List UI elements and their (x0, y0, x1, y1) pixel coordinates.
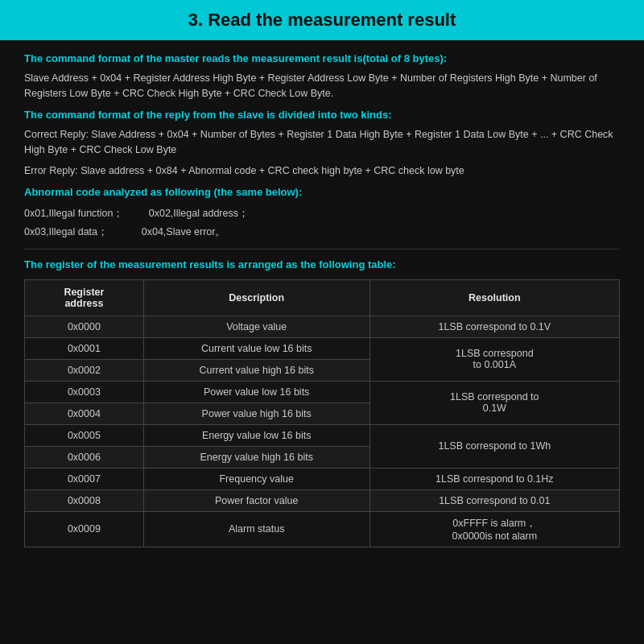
col-header-description: Description (143, 279, 369, 316)
description-cell: Frequency value (143, 468, 369, 489)
table-row: 0x0000Voltage value1LSB correspond to 0.… (25, 316, 620, 337)
abnormal-codes: 0x01,Illegal function； 0x02,Illegal addr… (24, 204, 620, 241)
command-format-label: The command format of the master reads t… (24, 52, 620, 66)
reply-format-label: The command format of the reply from the… (24, 108, 620, 122)
resolution-cell: 1LSB correspond to 0.1V (369, 316, 619, 337)
register-cell: 0x0006 (25, 446, 144, 468)
description-cell: Current value high 16 bits (143, 359, 369, 381)
table-row: 0x0005Energy value low 16 bits1LSB corre… (25, 424, 620, 446)
section-title: 3. Read the measurement result (0, 0, 644, 40)
register-cell: 0x0004 (25, 402, 144, 424)
resolution-cell: 1LSB correspond to 0.01 (369, 489, 619, 511)
anomaly-0x04: 0x04,Slave error。 (142, 226, 226, 237)
register-cell: 0x0009 (25, 511, 144, 547)
register-cell: 0x0005 (25, 424, 144, 446)
resolution-cell: 1LSB correspond to0.1W (369, 381, 619, 424)
error-reply: Error Reply: Slave address + 0x84 + Abno… (24, 163, 620, 179)
table-intro: The register of the measurement results … (24, 258, 620, 272)
description-cell: Power factor value (143, 489, 369, 511)
table-section: The register of the measurement results … (24, 258, 620, 547)
main-content: The command format of the master reads t… (0, 40, 644, 644)
description-cell: Power value low 16 bits (143, 381, 369, 402)
resolution-cell: 1LSB correspondto 0.001A (369, 337, 619, 381)
table-row: 0x0009Alarm status0xFFFF is alarm，0x0000… (25, 511, 620, 547)
description-cell: Alarm status (143, 511, 369, 547)
title-text: 3. Read the measurement result (188, 10, 456, 30)
register-cell: 0x0007 (25, 468, 144, 489)
register-cell: 0x0008 (25, 489, 144, 511)
table-header-row: Registeraddress Description Resolution (25, 279, 620, 316)
description-cell: Voltage value (143, 316, 369, 337)
divider (24, 249, 620, 250)
register-cell: 0x0001 (25, 337, 144, 359)
register-cell: 0x0002 (25, 359, 144, 381)
page: 3. Read the measurement result The comma… (0, 0, 644, 644)
register-cell: 0x0003 (25, 381, 144, 402)
register-table: Registeraddress Description Resolution 0… (24, 279, 620, 547)
resolution-cell: 1LSB correspond to 0.1Hz (369, 468, 619, 489)
col-header-resolution: Resolution (369, 279, 619, 316)
table-row: 0x0007Frequency value1LSB correspond to … (25, 468, 620, 489)
anomaly-0x01: 0x01,Illegal function； (24, 208, 146, 219)
table-row: 0x0001Current value low 16 bits1LSB corr… (25, 337, 620, 359)
description-cell: Energy value low 16 bits (143, 424, 369, 446)
table-row: 0x0003Power value low 16 bits1LSB corres… (25, 381, 620, 402)
command-format-body: Slave Address + 0x04 + Register Address … (24, 71, 620, 101)
anomaly-0x03: 0x03,Illegal data； (24, 226, 138, 237)
description-cell: Current value low 16 bits (143, 337, 369, 359)
abnormal-label: Abnormal code analyzed as following (the… (24, 185, 620, 200)
register-cell: 0x0000 (25, 316, 144, 337)
resolution-cell: 0xFFFF is alarm，0x0000is not alarm (369, 511, 619, 547)
anomaly-0x02: 0x02,Illegal address； (149, 208, 249, 219)
resolution-cell: 1LSB correspond to 1Wh (369, 424, 619, 468)
description-cell: Power value high 16 bits (143, 402, 369, 424)
correct-reply: Correct Reply: Slave Address + 0x04 + Nu… (24, 127, 620, 158)
description-cell: Energy value high 16 bits (143, 446, 369, 468)
table-row: 0x0008Power factor value1LSB correspond … (25, 489, 620, 511)
col-header-register: Registeraddress (25, 279, 144, 316)
